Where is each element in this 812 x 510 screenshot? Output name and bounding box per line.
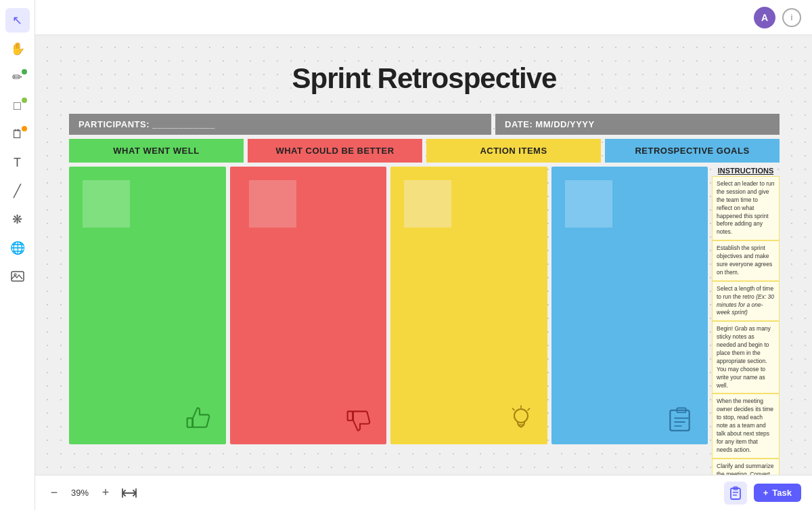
svg-line-7 (512, 408, 514, 410)
svg-point-4 (514, 409, 528, 423)
avatar[interactable]: A (754, 7, 775, 28)
col-header-could-be-better: WHAT COULD BE BETTER (248, 139, 422, 163)
col-header-went-well: WHAT WENT WELL (69, 139, 244, 163)
sticky-note-green[interactable] (83, 180, 130, 228)
task-btn-icon: + (763, 488, 769, 498)
fit-button[interactable] (119, 485, 139, 501)
instruction-step-4: Begin! Grab as many sticky notes as need… (712, 321, 780, 394)
shape-icon[interactable]: □ (5, 93, 30, 118)
text-icon[interactable]: T (5, 150, 30, 175)
zoom-controls: − 39% + (46, 485, 139, 501)
thumbs-down-icon (343, 402, 377, 436)
meta-row: PARTICIPANTS: ____________ DATE: MM/DD/Y… (69, 114, 780, 135)
cursor-icon[interactable]: ↖ (5, 8, 30, 33)
pen-dot (22, 69, 27, 75)
thumbs-up-icon (183, 402, 217, 436)
board: Sprint Retrospective PARTICIPANTS: _____… (69, 62, 780, 475)
clipboard-button[interactable] (724, 482, 747, 505)
template-icon[interactable]: ❋ (5, 207, 30, 232)
date-field[interactable]: DATE: MM/DD/YYYY (495, 114, 780, 135)
instructions-panel: INSTRUCTIONS Select an leader to run the… (712, 167, 780, 475)
instructions-title: INSTRUCTIONS (712, 167, 780, 175)
note-dot (22, 126, 27, 131)
sticky-note-blue[interactable] (565, 180, 612, 228)
zoom-in-button[interactable]: + (97, 485, 114, 501)
svg-point-1 (14, 274, 16, 276)
sticky-note-yellow[interactable] (404, 180, 451, 228)
task-button[interactable]: + Task (754, 484, 801, 502)
info-icon[interactable]: i (782, 8, 801, 27)
hand-icon[interactable]: ✋ (5, 37, 30, 61)
instruction-step-1: Select an leader to run the session and … (712, 176, 780, 240)
canvas: Sprint Retrospective PARTICIPANTS: _____… (35, 35, 812, 475)
col-header-action-items: ACTION ITEMS (426, 139, 601, 163)
col-header-retro-goals: RETROSPECTIVE GOALS (605, 139, 780, 163)
svg-rect-9 (670, 410, 689, 431)
task-btn-label: Task (772, 488, 792, 498)
col-could-be-better[interactable] (230, 167, 387, 444)
pen-icon[interactable]: ✏ (5, 65, 30, 89)
col-went-well[interactable] (69, 167, 226, 444)
instruction-step-6: Clarify and summarize the meeting. Conve… (712, 459, 780, 475)
svg-rect-2 (187, 418, 192, 427)
page-title: Sprint Retrospective (69, 62, 780, 95)
svg-rect-3 (348, 411, 353, 420)
note-icon[interactable]: 🗒 (5, 122, 30, 146)
bottombar: − 39% + + Task (35, 475, 812, 510)
topbar: A i (35, 0, 812, 35)
column-headers: WHAT WENT WELL WHAT COULD BE BETTER ACTI… (69, 139, 780, 163)
col-retro-goals[interactable] (551, 167, 708, 444)
line-icon[interactable]: ╱ (5, 179, 30, 203)
clipboard-doc-icon (664, 402, 698, 436)
bottombar-right: + Task (724, 482, 801, 505)
svg-line-8 (528, 408, 530, 410)
columns-body (69, 167, 708, 444)
sidebar: ↖ ✋ ✏ □ 🗒 T ╱ ❋ 🌐 (0, 0, 35, 510)
participants-field[interactable]: PARTICIPANTS: ____________ (69, 114, 491, 135)
instruction-step-3: Select a length of time to run the retro… (712, 281, 780, 322)
globe-icon[interactable]: 🌐 (5, 236, 30, 260)
zoom-value: 39% (68, 488, 92, 498)
instruction-step-5: When the meeting owner decides its time … (712, 394, 780, 458)
lightbulb-icon (504, 402, 538, 436)
shape-dot (22, 98, 27, 103)
instruction-step-2: Establish the sprint objectives and make… (712, 240, 780, 281)
col-action-items[interactable] (390, 167, 547, 444)
sticky-note-red[interactable] (249, 180, 296, 228)
zoom-out-button[interactable]: − (46, 485, 62, 501)
photo-icon[interactable] (5, 264, 30, 289)
